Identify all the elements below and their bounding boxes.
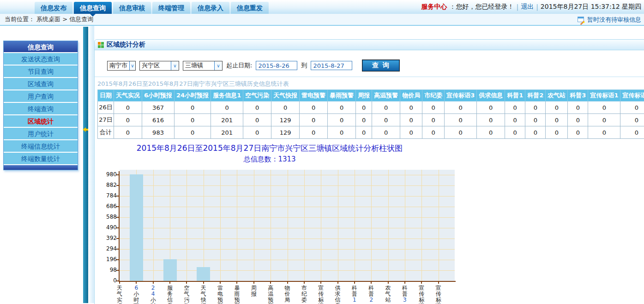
table-cell: 201 <box>211 126 243 139</box>
nav-tab[interactable]: 信息查询 <box>74 2 112 14</box>
table-cell: 0 <box>243 114 271 126</box>
table-cell: 0 <box>588 101 620 114</box>
sidebar-item[interactable]: 区域查询 <box>4 78 78 90</box>
nav-tab[interactable]: 信息录入 <box>192 2 229 14</box>
table-cell: 0 <box>546 101 568 114</box>
sidebar-item[interactable]: 发送状态查询 <box>4 53 78 66</box>
sidebar-item[interactable]: 节目查询 <box>4 66 78 78</box>
pending-review-notice[interactable]: 暂时没有待审核信息 <box>578 14 641 26</box>
table-cell: 0 <box>477 101 505 114</box>
main-area: 区域统计分析 南宁市 ∨ 兴宁区 ∨ 三塘镇 ∨ 起止日期: 到 <box>88 26 644 303</box>
table-cell: 0 <box>422 126 445 139</box>
city-select-value: 南宁市 <box>108 61 129 70</box>
table-cell: 0 <box>477 126 505 139</box>
x-axis-category-label: 农气站 <box>385 285 392 303</box>
nav-tab[interactable]: 信息审核 <box>113 2 151 14</box>
stats-column-header: 科普3 <box>568 90 588 101</box>
logout-link[interactable]: 退出 <box>521 3 534 11</box>
stats-column-header: 农气站 <box>546 90 568 101</box>
search-button[interactable]: 查 询 <box>362 60 399 71</box>
table-cell: 0 <box>300 101 328 114</box>
table-cell: 0 <box>300 114 328 126</box>
x-axis-category-label: 高温预警 <box>267 285 274 304</box>
table-row: 合计098302010129000000000000001313 <box>98 126 644 139</box>
chart-plot-area <box>120 170 455 281</box>
table-cell: 0 <box>175 101 211 114</box>
table-cell: 0 <box>445 114 477 126</box>
stats-column-header: 宣传标语3 <box>445 90 477 101</box>
chevron-down-icon: ∨ <box>214 61 222 70</box>
breadcrumb: 系统桌面 > 信息查询 <box>36 15 93 24</box>
table-cell: 0 <box>445 126 477 139</box>
stats-column-header: 物价局 <box>400 90 422 101</box>
table-cell: 0 <box>328 126 356 139</box>
table-cell: 27日 <box>98 114 114 126</box>
chart-subtitle: 总信息数：1313 <box>95 155 445 164</box>
table-cell: 0 <box>620 101 644 114</box>
table-cell: 0 <box>546 114 568 126</box>
nav-tab[interactable]: 信息重发 <box>231 2 269 14</box>
table-cell: 0 <box>525 101 546 114</box>
y-axis-tick-label: 686 <box>103 203 117 209</box>
stats-column-header: 24小时预报 <box>175 90 211 101</box>
y-axis-tick-label: 490 <box>103 224 117 231</box>
stats-column-header: 6小时预报 <box>142 90 175 101</box>
y-axis-tick-label: 0 <box>103 277 117 284</box>
sidebar-item[interactable]: 用户查询 <box>4 90 78 103</box>
bar-服务信息1 <box>163 259 177 281</box>
x-axis-category-label: 宣传标语1 <box>418 285 425 304</box>
end-date-input[interactable] <box>311 61 352 70</box>
nav-tab[interactable]: 终端管理 <box>152 2 190 14</box>
y-axis-tick-label: 980 <box>103 171 117 178</box>
review-note-icon <box>578 17 585 23</box>
table-cell: 26日 <box>98 101 114 114</box>
stats-column-header: 服务信息1 <box>211 90 243 101</box>
nav-tab[interactable]: 信息发布 <box>35 2 72 14</box>
stats-table: 日期天气实况6小时预报24小时预报服务信息1空气污染天气快报雷电预警暴雨预警周报… <box>97 89 644 139</box>
x-axis-category-label: 雷电预警 <box>217 285 224 304</box>
table-cell: 合计 <box>98 126 114 139</box>
town-select-value: 三塘镇 <box>183 61 214 70</box>
x-axis-category-label: 物价局 <box>284 285 291 303</box>
x-axis-category-label: 暴雨预警 <box>233 285 241 304</box>
sidebar-footer <box>4 165 78 170</box>
stats-column-header: 暴雨预警 <box>328 90 356 101</box>
district-select[interactable]: 兴宁区 ∨ <box>139 61 179 71</box>
table-cell: 0 <box>175 114 211 126</box>
table-cell: 0 <box>505 101 525 114</box>
bar-chart: 098196294392490588686784882980天气实况6小时预报2… <box>107 170 448 304</box>
table-cell: 0 <box>114 126 142 139</box>
sidebar-item[interactable]: 区域统计 <box>4 115 78 128</box>
x-axis-category-label: 宣传标语3 <box>317 285 325 304</box>
city-select[interactable]: 南宁市 ∨ <box>107 61 136 71</box>
town-select[interactable]: 三塘镇 ∨ <box>183 61 223 71</box>
chart-block: 2015年8月26日至2015年8月27日南宁市兴宁区三塘镇区域统计分析柱状图 … <box>95 143 445 164</box>
stats-column-header: 雷电预警 <box>300 90 328 101</box>
x-axis-category-label: 周报 <box>250 285 258 297</box>
sidebar-item[interactable]: 终端查询 <box>4 103 78 115</box>
sidebar-item[interactable]: 用户统计 <box>4 128 78 140</box>
stats-table-header-row: 日期天气实况6小时预报24小时预报服务信息1空气污染天气快报雷电预警暴雨预警周报… <box>98 90 644 101</box>
table-cell: 0 <box>328 114 356 126</box>
start-date-input[interactable] <box>256 61 297 70</box>
x-axis-category-label: 科普1 <box>351 285 358 303</box>
separator: | <box>536 3 538 11</box>
sidebar-item[interactable]: 终端信息统计 <box>4 140 78 153</box>
separator: | <box>516 3 518 11</box>
sidebar-items: 发送状态查询节目查询区域查询用户查询终端查询区域统计用户统计终端信息统计终端数量… <box>4 53 78 165</box>
table-cell: 0 <box>568 114 588 126</box>
table-cell: 0 <box>525 126 546 139</box>
y-axis-tick-label: 98 <box>103 267 117 273</box>
table-cell: 0 <box>400 101 422 114</box>
chevron-down-icon: ∨ <box>171 61 179 70</box>
sidebar-divider <box>83 27 88 303</box>
x-axis-category-label: 24小时预报 <box>150 285 157 304</box>
pending-review-text: 暂时没有待审核信息 <box>587 16 641 24</box>
content-area: 信息查询 发送状态查询节目查询区域查询用户查询终端查询区域统计用户统计终端信息统… <box>0 26 644 303</box>
x-axis-category-label: 空气污染 <box>183 285 190 304</box>
table-cell: 0 <box>271 101 300 114</box>
x-axis-category-label: 宣传标语2 <box>435 285 442 304</box>
table-cell: 0 <box>568 101 588 114</box>
sidebar-item[interactable]: 终端数量统计 <box>4 153 78 165</box>
stats-column-header: 市纪委 <box>422 90 445 101</box>
